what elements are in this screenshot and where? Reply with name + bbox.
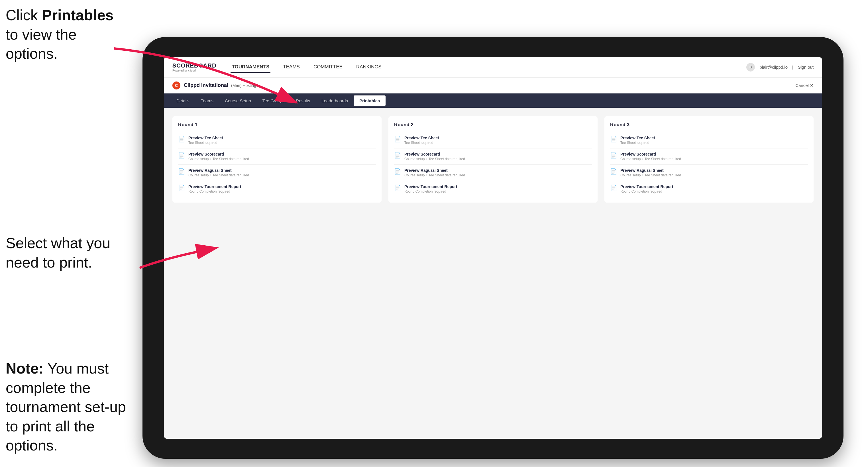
- round-title-2: Round 2: [394, 122, 592, 128]
- print-item-1-4[interactable]: 📄Preview Tournament ReportRound Completi…: [178, 181, 376, 197]
- round-title-3: Round 3: [610, 122, 808, 128]
- round-section-2: Round 2📄Preview Tee SheetTee Sheet requi…: [389, 116, 597, 203]
- print-item-2-2[interactable]: 📄Preview ScorecardCourse setup + Tee She…: [394, 149, 592, 165]
- print-item-3-3[interactable]: 📄Preview Raguzzi SheetCourse setup + Tee…: [610, 165, 808, 181]
- annotation-middle-text: Select what you need to print.: [6, 235, 110, 271]
- print-item-text-3-2: Preview ScorecardCourse setup + Tee Shee…: [620, 152, 681, 161]
- print-item-text-1-3: Preview Raguzzi SheetCourse setup + Tee …: [188, 168, 249, 177]
- annotation-top-bold: Printables: [42, 7, 114, 23]
- document-icon-1-4: 📄: [178, 184, 185, 192]
- print-item-2-3[interactable]: 📄Preview Raguzzi SheetCourse setup + Tee…: [394, 165, 592, 181]
- rounds-grid: Round 1📄Preview Tee SheetTee Sheet requi…: [173, 116, 813, 203]
- print-item-1-3[interactable]: 📄Preview Raguzzi SheetCourse setup + Tee…: [178, 165, 376, 181]
- top-nav-right: B blair@clippd.io | Sign out: [746, 63, 813, 71]
- logo-subtitle: Powered by clippd: [173, 69, 216, 72]
- print-item-sub-2-4: Round Completion required: [404, 189, 457, 193]
- top-nav: SCOREBOARD Powered by clippd TOURNAMENTS…: [164, 57, 822, 77]
- nav-link-rankings[interactable]: RANKINGS: [355, 62, 383, 73]
- print-item-sub-3-4: Round Completion required: [620, 189, 673, 193]
- round-section-1: Round 1📄Preview Tee SheetTee Sheet requi…: [173, 116, 381, 203]
- print-item-text-1-1: Preview Tee SheetTee Sheet required: [188, 136, 223, 145]
- tabs-bar: Details Teams Course Setup Tee Groups Re…: [164, 93, 822, 108]
- annotation-top: Click Printables to view the options.: [6, 6, 114, 64]
- document-icon-3-4: 📄: [610, 184, 617, 192]
- annotation-top-suffix: to view the options.: [6, 26, 76, 62]
- annotation-bottom-bold: Note:: [6, 360, 43, 377]
- print-item-3-4[interactable]: 📄Preview Tournament ReportRound Completi…: [610, 181, 808, 197]
- tab-teams[interactable]: Teams: [195, 95, 219, 106]
- document-icon-3-1: 📄: [610, 136, 617, 144]
- document-icon-1-1: 📄: [178, 136, 185, 144]
- annotation-middle: Select what you need to print.: [6, 234, 114, 272]
- round-title-1: Round 1: [178, 122, 376, 128]
- separator: |: [792, 65, 793, 69]
- print-item-sub-2-2: Course setup + Tee Sheet data required: [404, 157, 465, 161]
- print-item-sub-1-3: Course setup + Tee Sheet data required: [188, 173, 249, 177]
- print-item-title-2-3: Preview Raguzzi Sheet: [404, 168, 465, 173]
- print-item-sub-3-1: Tee Sheet required: [620, 141, 655, 145]
- annotation-top-prefix: Click: [6, 7, 42, 23]
- print-item-sub-1-4: Round Completion required: [188, 189, 241, 193]
- print-item-title-3-1: Preview Tee Sheet: [620, 136, 655, 140]
- document-icon-2-2: 📄: [394, 152, 401, 160]
- tab-details[interactable]: Details: [171, 95, 195, 106]
- document-icon-3-3: 📄: [610, 168, 617, 176]
- print-item-sub-3-3: Course setup + Tee Sheet data required: [620, 173, 681, 177]
- document-icon-2-4: 📄: [394, 184, 401, 192]
- main-content: Round 1📄Preview Tee SheetTee Sheet requi…: [164, 108, 822, 439]
- tournament-icon: C: [173, 82, 180, 90]
- print-item-sub-1-2: Course setup + Tee Sheet data required: [188, 157, 249, 161]
- print-item-3-1[interactable]: 📄Preview Tee SheetTee Sheet required: [610, 132, 808, 149]
- print-item-sub-1-1: Tee Sheet required: [188, 141, 223, 145]
- print-item-title-1-1: Preview Tee Sheet: [188, 136, 223, 140]
- tab-course-setup[interactable]: Course Setup: [219, 95, 257, 106]
- document-icon-2-1: 📄: [394, 136, 401, 144]
- tab-leaderboards[interactable]: Leaderboards: [316, 95, 354, 106]
- document-icon-2-3: 📄: [394, 168, 401, 176]
- sign-out-link[interactable]: Sign out: [798, 65, 813, 69]
- print-item-text-2-3: Preview Raguzzi SheetCourse setup + Tee …: [404, 168, 465, 177]
- annotation-bottom: Note: You must complete the tournament s…: [6, 359, 131, 455]
- print-item-text-2-4: Preview Tournament ReportRound Completio…: [404, 184, 457, 193]
- tablet-screen: SCOREBOARD Powered by clippd TOURNAMENTS…: [164, 57, 822, 439]
- print-item-title-3-3: Preview Raguzzi Sheet: [620, 168, 681, 173]
- sub-header: C Clippd Invitational (Men) Hosting Canc…: [164, 77, 822, 93]
- print-item-title-1-3: Preview Raguzzi Sheet: [188, 168, 249, 173]
- print-item-text-3-1: Preview Tee SheetTee Sheet required: [620, 136, 655, 145]
- document-icon-3-2: 📄: [610, 152, 617, 160]
- tablet-frame: SCOREBOARD Powered by clippd TOURNAMENTS…: [143, 37, 843, 459]
- round-section-3: Round 3📄Preview Tee SheetTee Sheet requi…: [604, 116, 813, 203]
- user-email: blair@clippd.io: [760, 65, 788, 69]
- print-item-1-1[interactable]: 📄Preview Tee SheetTee Sheet required: [178, 132, 376, 149]
- nav-link-committee[interactable]: COMMITTEE: [312, 62, 344, 73]
- tab-printables[interactable]: Printables: [354, 95, 386, 106]
- document-icon-1-2: 📄: [178, 152, 185, 160]
- tournament-name: Clippd Invitational: [184, 82, 228, 88]
- print-item-sub-3-2: Course setup + Tee Sheet data required: [620, 157, 681, 161]
- print-item-title-3-2: Preview Scorecard: [620, 152, 681, 156]
- print-item-text-1-2: Preview ScorecardCourse setup + Tee Shee…: [188, 152, 249, 161]
- nav-link-tournaments[interactable]: TOURNAMENTS: [230, 62, 271, 73]
- print-item-text-1-4: Preview Tournament ReportRound Completio…: [188, 184, 241, 193]
- print-item-1-2[interactable]: 📄Preview ScorecardCourse setup + Tee She…: [178, 149, 376, 165]
- print-item-text-2-2: Preview ScorecardCourse setup + Tee Shee…: [404, 152, 465, 161]
- print-item-text-3-4: Preview Tournament ReportRound Completio…: [620, 184, 673, 193]
- print-item-text-2-1: Preview Tee SheetTee Sheet required: [404, 136, 439, 145]
- scoreboard-logo: SCOREBOARD Powered by clippd: [173, 62, 216, 72]
- print-item-title-2-2: Preview Scorecard: [404, 152, 465, 156]
- tournament-details: (Men) Hosting: [231, 83, 256, 88]
- print-item-title-1-4: Preview Tournament Report: [188, 184, 241, 189]
- print-item-2-1[interactable]: 📄Preview Tee SheetTee Sheet required: [394, 132, 592, 149]
- print-item-title-1-2: Preview Scorecard: [188, 152, 249, 156]
- print-item-text-3-3: Preview Raguzzi SheetCourse setup + Tee …: [620, 168, 681, 177]
- cancel-button[interactable]: Cancel ✕: [795, 83, 813, 88]
- print-item-title-2-1: Preview Tee Sheet: [404, 136, 439, 140]
- tab-tee-groups[interactable]: Tee Groups: [257, 95, 290, 106]
- print-item-2-4[interactable]: 📄Preview Tournament ReportRound Completi…: [394, 181, 592, 197]
- print-item-3-2[interactable]: 📄Preview ScorecardCourse setup + Tee She…: [610, 149, 808, 165]
- top-nav-links: TOURNAMENTS TEAMS COMMITTEE RANKINGS: [230, 62, 746, 73]
- tab-results[interactable]: Results: [290, 95, 316, 106]
- nav-link-teams[interactable]: TEAMS: [282, 62, 301, 73]
- user-avatar: B: [746, 63, 755, 71]
- print-item-title-3-4: Preview Tournament Report: [620, 184, 673, 189]
